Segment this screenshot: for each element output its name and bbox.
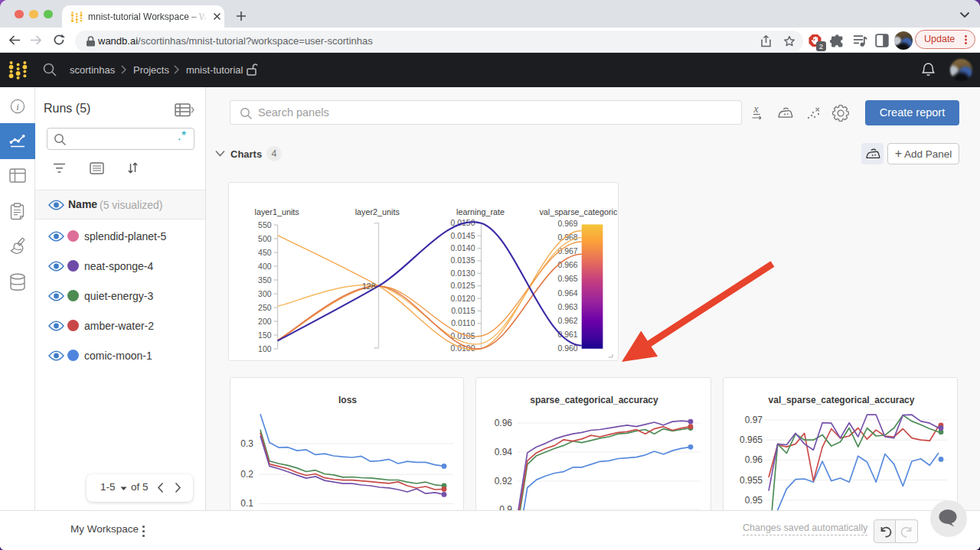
svg-text:learning_rate: learning_rate	[456, 207, 505, 216]
svg-text:0.965: 0.965	[557, 274, 577, 283]
svg-text:0.97: 0.97	[745, 415, 763, 425]
svg-text:0.0135: 0.0135	[450, 255, 475, 265]
svg-text:0.962: 0.962	[557, 316, 577, 325]
svg-text:x: x	[753, 104, 760, 115]
svg-text:layer1_units: layer1_units	[254, 207, 299, 216]
svg-text:val_sparse_categorical_accurac: val_sparse_categorical_accuracy	[769, 395, 915, 405]
svg-text:layer2_units: layer2_units	[355, 207, 400, 216]
svg-text:250: 250	[258, 303, 272, 312]
svg-text:150: 150	[258, 330, 272, 340]
svg-text:100: 100	[258, 344, 272, 353]
svg-text:450: 450	[258, 248, 272, 257]
svg-text:0.95: 0.95	[745, 495, 763, 506]
svg-text:0.2: 0.2	[240, 469, 253, 480]
svg-text:200: 200	[258, 317, 272, 326]
svg-text:550: 550	[258, 220, 272, 229]
svg-text:0.0130: 0.0130	[450, 268, 475, 278]
svg-text:0.966: 0.966	[557, 260, 577, 269]
svg-text:0.963: 0.963	[557, 302, 577, 311]
svg-text:0.967: 0.967	[557, 246, 577, 255]
svg-text:0.3: 0.3	[240, 438, 253, 449]
svg-text:128: 128	[362, 282, 376, 291]
svg-text:350: 350	[258, 275, 272, 285]
svg-text:0.0115: 0.0115	[451, 306, 475, 315]
svg-text:500: 500	[258, 234, 272, 243]
svg-text:0.96: 0.96	[745, 454, 763, 465]
svg-text:0.955: 0.955	[740, 475, 763, 486]
svg-text:0.0140: 0.0140	[450, 243, 475, 252]
svg-text:0.0145: 0.0145	[450, 231, 475, 240]
svg-text:300: 300	[258, 289, 272, 298]
svg-text:0.969: 0.969	[557, 219, 577, 228]
svg-text:0.94: 0.94	[495, 447, 513, 457]
svg-text:0.0105: 0.0105	[450, 331, 475, 340]
svg-text:0.964: 0.964	[557, 288, 577, 298]
svg-text:0.92: 0.92	[495, 476, 513, 487]
svg-text:0.0125: 0.0125	[450, 281, 475, 290]
svg-text:0.965: 0.965	[740, 434, 763, 445]
svg-text:0.1: 0.1	[240, 498, 253, 509]
svg-text:0.0110: 0.0110	[451, 318, 475, 327]
svg-text:0.0120: 0.0120	[450, 294, 475, 303]
svg-text:0.96: 0.96	[495, 418, 513, 428]
svg-text:400: 400	[258, 262, 272, 271]
svg-text:loss: loss	[338, 395, 357, 405]
svg-text:i: i	[16, 101, 19, 112]
svg-text:sparse_categorical_accuracy: sparse_categorical_accuracy	[530, 395, 658, 405]
svg-text:val_sparse_categoric: val_sparse_categoric	[539, 207, 618, 216]
